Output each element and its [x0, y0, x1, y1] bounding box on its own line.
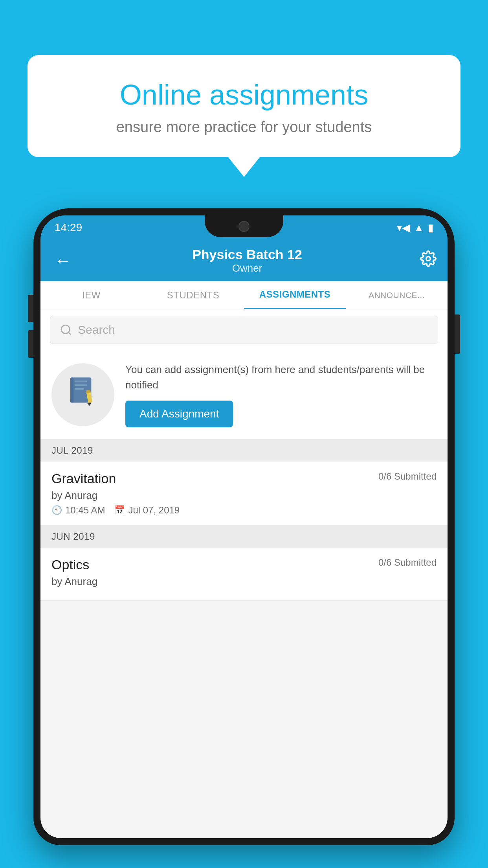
search-icon — [60, 324, 72, 336]
search-bar[interactable]: Search — [50, 316, 438, 344]
assignment-time: 🕙 10:45 AM — [51, 505, 105, 516]
signal-icon: ▲ — [414, 222, 424, 234]
vol-down-button — [28, 330, 33, 358]
notebook-icon — [67, 375, 99, 407]
page-subtitle: Owner — [74, 262, 420, 274]
assignment-by: by Anurag — [51, 489, 437, 502]
top-bar: ← Physics Batch 12 Owner — [40, 240, 448, 281]
section-header-jun: JUN 2019 — [40, 526, 448, 548]
assignment-info: You can add assignment(s) from here and … — [125, 362, 437, 427]
svg-marker-8 — [87, 402, 92, 406]
phone-frame: 14:29 ▾◀ ▲ ▮ ← Physics Batch 12 Owner — [33, 208, 455, 845]
speech-bubble-arrow — [228, 157, 260, 177]
tab-students[interactable]: STUDENTS — [142, 281, 244, 309]
svg-rect-6 — [75, 388, 84, 390]
phone-notch — [205, 215, 283, 237]
power-button — [455, 314, 460, 354]
assignment-name: Gravitation — [51, 471, 116, 486]
assignment-info-text: You can add assignment(s) from here and … — [125, 362, 437, 393]
assignment-meta: 🕙 10:45 AM 📅 Jul 07, 2019 — [51, 505, 437, 516]
status-time: 14:29 — [55, 221, 82, 234]
calendar-icon: 📅 — [114, 505, 125, 515]
top-bar-title-area: Physics Batch 12 Owner — [74, 247, 420, 274]
add-assignment-section: You can add assignment(s) from here and … — [40, 350, 448, 440]
app-screen: ← Physics Batch 12 Owner IEW STUDENTS AS… — [40, 240, 448, 838]
svg-point-1 — [61, 325, 70, 333]
svg-rect-3 — [70, 377, 73, 403]
assignment-icon — [67, 375, 99, 414]
assignment-submitted-optics: 0/6 Submitted — [378, 557, 437, 568]
assignment-item-header: Gravitation 0/6 Submitted — [51, 471, 437, 486]
tab-iew[interactable]: IEW — [40, 281, 142, 309]
svg-point-0 — [426, 257, 431, 261]
search-placeholder: Search — [78, 323, 115, 337]
speech-bubble: Online assignments ensure more practice … — [28, 55, 460, 157]
battery-icon: ▮ — [428, 222, 433, 234]
speech-bubble-container: Online assignments ensure more practice … — [28, 55, 460, 177]
settings-button[interactable] — [420, 250, 437, 270]
search-bar-container: Search — [40, 309, 448, 350]
add-assignment-button[interactable]: Add Assignment — [125, 401, 233, 427]
assignment-icon-circle — [51, 363, 114, 426]
tabs: IEW STUDENTS ASSIGNMENTS ANNOUNCE... — [40, 281, 448, 309]
phone-camera — [238, 221, 250, 232]
back-button[interactable]: ← — [51, 248, 74, 273]
page-title: Physics Batch 12 — [74, 247, 420, 262]
assignment-name-optics: Optics — [51, 557, 89, 572]
assignment-item-header-optics: Optics 0/6 Submitted — [51, 557, 437, 572]
assignment-submitted: 0/6 Submitted — [378, 471, 437, 482]
speech-bubble-subtitle: ensure more practice for your students — [51, 119, 437, 136]
assignment-date: 📅 Jul 07, 2019 — [114, 505, 180, 516]
phone-container: 14:29 ▾◀ ▲ ▮ ← Physics Batch 12 Owner — [33, 208, 455, 868]
date-value: Jul 07, 2019 — [128, 505, 180, 516]
tab-assignments[interactable]: ASSIGNMENTS — [244, 281, 346, 309]
section-header-jul: JUL 2019 — [40, 440, 448, 462]
tab-announcements[interactable]: ANNOUNCE... — [346, 281, 448, 309]
gear-icon — [420, 250, 437, 267]
svg-rect-5 — [75, 384, 87, 386]
wifi-icon: ▾◀ — [397, 222, 410, 234]
svg-rect-4 — [75, 381, 87, 382]
speech-bubble-title: Online assignments — [51, 79, 437, 111]
status-icons: ▾◀ ▲ ▮ — [397, 222, 433, 234]
assignment-by-optics: by Anurag — [51, 576, 437, 588]
vol-up-button — [28, 295, 33, 322]
clock-icon: 🕙 — [51, 505, 62, 515]
assignment-item-optics[interactable]: Optics 0/6 Submitted by Anurag — [40, 548, 448, 601]
time-value: 10:45 AM — [65, 505, 105, 516]
assignment-item-gravitation[interactable]: Gravitation 0/6 Submitted by Anurag 🕙 10… — [40, 462, 448, 526]
